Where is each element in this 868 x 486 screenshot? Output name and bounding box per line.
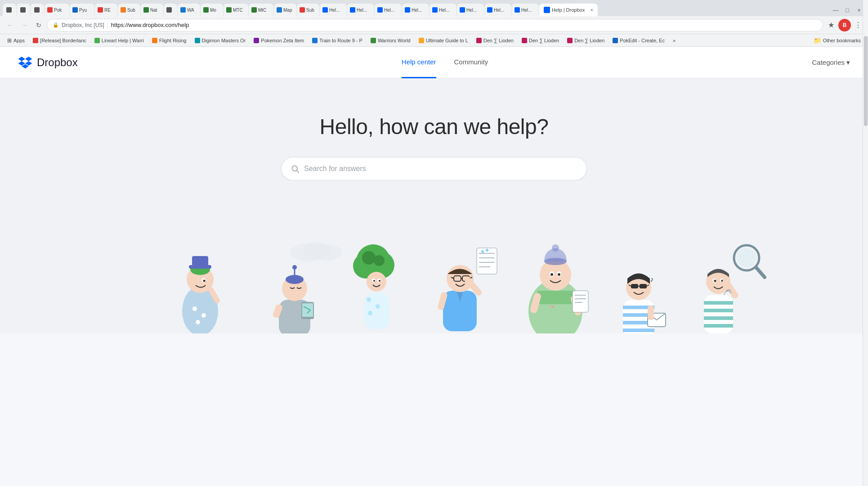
svg-point-27 <box>362 251 376 265</box>
tab-1[interactable] <box>3 4 16 16</box>
tab-help1[interactable]: Hel... <box>320 4 347 16</box>
nav-link-community[interactable]: Community <box>454 47 488 78</box>
bookmark-lineart[interactable]: Lineart Help | Warri <box>91 36 148 45</box>
svg-point-23 <box>292 265 297 270</box>
tab-re[interactable]: RE <box>95 4 117 16</box>
tab-sub[interactable]: Sub <box>118 4 140 16</box>
svg-point-7 <box>201 313 206 318</box>
bookmark-den-lioden2[interactable]: Den ∑ Lioden <box>518 36 563 45</box>
address-url: https://www.dropbox.com/help <box>111 22 189 28</box>
refresh-button[interactable]: ↻ <box>32 19 45 32</box>
svg-point-28 <box>374 255 385 266</box>
tab-map[interactable]: Map <box>274 4 296 16</box>
bookmark-star[interactable]: ★ <box>825 19 837 32</box>
address-site-name: Dropbox, Inc [US] <box>62 22 104 28</box>
svg-point-95 <box>737 248 756 268</box>
bookmark-train[interactable]: Train to Route 9 - P <box>309 36 366 45</box>
svg-rect-87 <box>704 324 733 328</box>
bookmark-warriors[interactable]: Warriors World <box>367 36 414 45</box>
bookmark-ultimate-guide[interactable]: Ultimate Guide to L <box>415 36 472 45</box>
svg-point-90 <box>714 280 716 282</box>
search-input[interactable] <box>304 165 577 173</box>
svg-point-60 <box>550 273 553 276</box>
tab-help3[interactable]: Hel... <box>375 4 402 16</box>
svg-rect-82 <box>648 306 654 320</box>
svg-point-51 <box>481 250 484 253</box>
svg-rect-46 <box>477 248 497 274</box>
minimize-button[interactable]: — <box>830 5 841 14</box>
svg-point-6 <box>192 306 197 311</box>
search-icon <box>291 164 300 173</box>
tab-help7[interactable]: Hel... <box>484 4 511 16</box>
bookmarks-bar: ⊞ Apps [Release] Borderlanc Lineart Help… <box>0 34 868 47</box>
tab-help6[interactable]: Hel... <box>457 4 484 16</box>
svg-point-8 <box>196 320 200 324</box>
browser-chrome: Pok Pyu RE Sub Nat WA Mo MTC MtC Map Sub… <box>0 0 868 47</box>
tab-help2[interactable]: Hel... <box>347 4 374 16</box>
tab-help5[interactable]: Hel... <box>430 4 456 16</box>
svg-point-18 <box>286 275 304 284</box>
svg-rect-75 <box>631 284 638 288</box>
tab-mo[interactable]: Mo <box>201 4 223 16</box>
svg-point-30 <box>367 297 371 302</box>
svg-rect-83 <box>704 295 733 333</box>
tab-pok[interactable]: Pok <box>45 4 69 16</box>
bookmark-borderlands[interactable]: [Release] Borderlanc <box>29 36 90 45</box>
bookmark-more[interactable]: » <box>669 36 679 45</box>
tab-mtc2[interactable]: MtC <box>249 4 273 16</box>
forward-button[interactable]: → <box>18 19 31 32</box>
svg-rect-85 <box>704 309 733 312</box>
svg-point-58 <box>552 244 559 252</box>
tab-bar: Pok Pyu RE Sub Nat WA Mo MTC MtC Map Sub… <box>3 4 828 16</box>
logo-text: Dropbox <box>37 56 78 69</box>
svg-line-96 <box>756 267 765 277</box>
page-content: Dropbox Help center Community Categories… <box>0 47 868 486</box>
tab-help8[interactable]: Hel... <box>512 4 539 16</box>
tab-c[interactable] <box>164 4 177 16</box>
svg-text:♪: ♪ <box>650 275 653 283</box>
svg-rect-12 <box>192 256 208 266</box>
bookmark-pokedit[interactable]: PokEdit - Create, Ec <box>609 36 668 45</box>
tab-2[interactable] <box>17 4 30 16</box>
search-container <box>281 157 587 180</box>
tab-3[interactable] <box>31 4 44 16</box>
illustration-area: ♪ <box>0 180 868 333</box>
svg-rect-73 <box>623 328 654 332</box>
svg-point-4 <box>310 244 342 261</box>
svg-rect-65 <box>573 291 588 312</box>
address-separator: | <box>107 22 108 28</box>
svg-rect-20 <box>302 303 313 317</box>
bookmark-pokemon-zeta[interactable]: Pokemon Zeta Item <box>250 36 308 45</box>
bookmark-den-lioden3[interactable]: Den ∑ Lioden <box>564 36 608 45</box>
logo-area: Dropbox <box>18 56 78 69</box>
tab-nat[interactable]: Nat <box>141 4 163 16</box>
nav-bar: ← → ↻ 🔒 Dropbox, Inc [US] | https://www.… <box>0 16 868 34</box>
categories-button[interactable]: Categories ▾ <box>812 58 850 67</box>
dropbox-logo-icon <box>18 57 32 68</box>
tab-sub2[interactable]: Sub <box>297 4 319 16</box>
profile-icon[interactable]: B <box>838 19 851 32</box>
bookmark-digimon[interactable]: Digimon Masters Or <box>191 36 250 45</box>
site-nav: Dropbox Help center Community Categories… <box>0 47 868 78</box>
maximize-button[interactable]: □ <box>842 5 853 14</box>
bookmark-den-lioden1[interactable]: Den ∑ Lioden <box>473 36 517 45</box>
back-button[interactable]: ← <box>4 19 16 32</box>
tab-pyu[interactable]: Pyu <box>70 4 94 16</box>
tab-mtc1[interactable]: MTC <box>224 4 248 16</box>
svg-point-35 <box>373 280 375 282</box>
tab-active-help[interactable]: Help | Dropbox × <box>539 4 598 16</box>
bookmark-other[interactable]: 📁 Other bookmarks <box>810 36 864 45</box>
hero-section: Hello, how can we help? <box>0 78 868 180</box>
svg-point-14 <box>203 280 206 282</box>
nav-actions: ★ B ⋮ <box>825 19 864 32</box>
scrollbar-thumb[interactable] <box>864 36 868 126</box>
bookmark-flight-rising[interactable]: Flight Rising <box>148 36 190 45</box>
tab-wa[interactable]: WA <box>178 4 200 16</box>
nav-link-help-center[interactable]: Help center <box>402 47 436 78</box>
apps-grid-icon: ⊞ <box>7 37 12 44</box>
tab-help4[interactable]: Hel... <box>402 4 429 16</box>
address-bar[interactable]: 🔒 Dropbox, Inc [US] | https://www.dropbo… <box>47 19 823 32</box>
svg-rect-84 <box>704 301 733 305</box>
svg-point-33 <box>367 272 386 292</box>
bookmark-apps[interactable]: ⊞ Apps <box>4 36 28 45</box>
